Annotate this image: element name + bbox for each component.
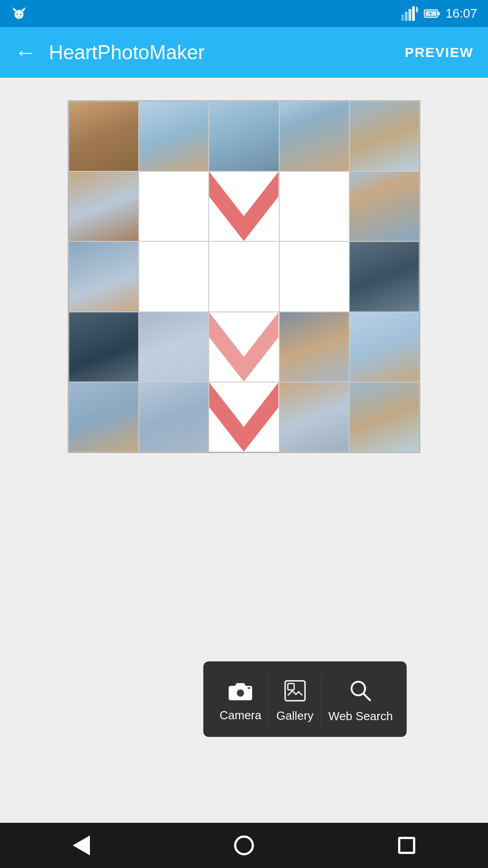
heart-top-icon bbox=[209, 172, 278, 241]
gallery-icon bbox=[284, 680, 306, 702]
camera-label: Camera bbox=[220, 708, 261, 722]
photo-grid bbox=[69, 101, 419, 452]
grid-cell-3-3[interactable] bbox=[279, 312, 349, 382]
svg-rect-5 bbox=[401, 14, 404, 21]
grid-cell-2-3[interactable] bbox=[279, 241, 349, 311]
grid-cell-0-1[interactable] bbox=[139, 101, 209, 171]
battery-icon bbox=[424, 8, 440, 19]
svg-rect-16 bbox=[288, 684, 294, 690]
app-bar: ← HeartPhotoMaker PREVIEW bbox=[0, 27, 488, 78]
web-search-icon bbox=[349, 679, 372, 702]
recents-nav-button[interactable] bbox=[389, 827, 425, 863]
gallery-label: Gallery bbox=[276, 709, 313, 723]
cat-icon bbox=[11, 5, 27, 22]
recents-square-icon bbox=[398, 837, 415, 854]
status-bar: H 16:07 bbox=[0, 0, 488, 27]
back-triangle-icon bbox=[73, 835, 90, 855]
popup-menu: Camera Gallery Web Search bbox=[203, 661, 407, 737]
grid-cell-1-1[interactable] bbox=[139, 171, 209, 241]
web-search-label: Web Search bbox=[328, 709, 393, 723]
status-bar-left bbox=[11, 0, 27, 27]
grid-cell-4-4[interactable] bbox=[349, 382, 419, 452]
grid-cell-0-2[interactable] bbox=[209, 101, 279, 171]
app-title: HeartPhotoMaker bbox=[49, 41, 405, 64]
svg-line-18 bbox=[363, 693, 370, 700]
grid-cell-3-4[interactable] bbox=[349, 312, 419, 382]
svg-text:H: H bbox=[416, 6, 418, 14]
preview-button[interactable]: PREVIEW bbox=[405, 45, 474, 60]
svg-point-3 bbox=[16, 14, 18, 15]
back-nav-button[interactable] bbox=[63, 827, 99, 863]
grid-cell-2-0[interactable] bbox=[69, 241, 139, 311]
grid-cell-0-4[interactable] bbox=[349, 101, 419, 171]
camera-menu-item[interactable]: Camera bbox=[212, 675, 269, 728]
clock: 16:07 bbox=[446, 6, 477, 21]
svg-rect-11 bbox=[438, 12, 440, 15]
grid-cell-0-0[interactable] bbox=[69, 101, 139, 171]
grid-cell-1-2[interactable] bbox=[209, 171, 279, 241]
svg-rect-7 bbox=[408, 9, 411, 21]
svg-rect-14 bbox=[248, 687, 250, 689]
grid-cell-2-2[interactable] bbox=[209, 241, 279, 311]
web-search-menu-item[interactable]: Web Search bbox=[321, 675, 400, 728]
svg-point-13 bbox=[236, 689, 244, 697]
grid-cell-3-2[interactable] bbox=[209, 312, 279, 382]
grid-cell-1-0[interactable] bbox=[69, 171, 139, 241]
main-content: Camera Gallery Web Search bbox=[0, 78, 488, 823]
grid-cell-1-4[interactable] bbox=[349, 171, 419, 241]
grid-cell-4-3[interactable] bbox=[279, 382, 349, 452]
gallery-menu-item[interactable]: Gallery bbox=[269, 675, 321, 728]
status-right: H 16:07 bbox=[401, 6, 477, 21]
home-nav-button[interactable] bbox=[226, 827, 262, 863]
camera-icon bbox=[229, 680, 252, 701]
grid-cell-3-0[interactable] bbox=[69, 312, 139, 382]
grid-cell-4-2[interactable] bbox=[209, 382, 279, 452]
svg-rect-6 bbox=[405, 12, 408, 21]
home-circle-icon bbox=[234, 835, 254, 855]
grid-cell-4-0[interactable] bbox=[69, 382, 139, 452]
grid-cell-1-3[interactable] bbox=[279, 171, 349, 241]
heart-bottom-left-icon bbox=[209, 312, 278, 382]
photo-grid-container[interactable] bbox=[68, 100, 420, 453]
back-button[interactable]: ← bbox=[14, 42, 36, 63]
grid-cell-4-1[interactable] bbox=[139, 382, 209, 452]
grid-cell-2-4[interactable] bbox=[349, 241, 419, 311]
signal-icon: H bbox=[401, 6, 418, 21]
svg-rect-8 bbox=[412, 6, 415, 21]
nav-bar bbox=[0, 823, 488, 868]
grid-cell-3-1[interactable] bbox=[139, 312, 209, 382]
grid-cell-2-1[interactable] bbox=[139, 241, 209, 311]
grid-cell-0-3[interactable] bbox=[279, 101, 349, 171]
svg-point-4 bbox=[20, 14, 22, 15]
heart-bottom-icon bbox=[209, 382, 278, 452]
